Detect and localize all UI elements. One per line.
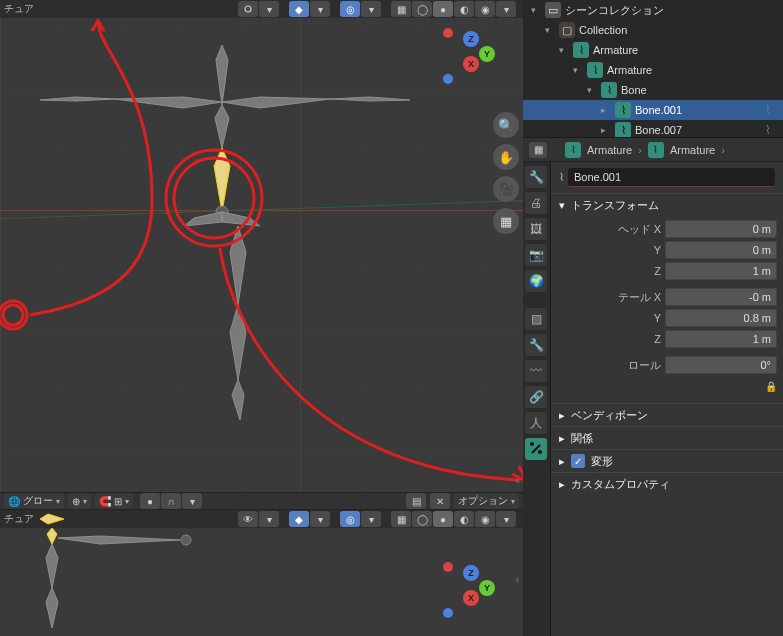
panel-collapse-chevron[interactable]: ‹: [516, 574, 519, 585]
proportional-icon[interactable]: ●: [140, 493, 160, 509]
expand-chevron-icon[interactable]: ▾: [573, 65, 583, 75]
section-deform-header[interactable]: ▸ ✓ 変形: [551, 450, 783, 472]
svg-marker-2: [215, 105, 229, 148]
breadcrumb-data[interactable]: Armature: [670, 144, 715, 156]
tab-modifier-icon[interactable]: 🔧: [525, 334, 547, 356]
tab-render-icon[interactable]: 🔧: [525, 166, 547, 188]
axis-dot-neg: [443, 562, 453, 572]
breadcrumb-object[interactable]: Armature: [587, 144, 632, 156]
tab-physics-icon[interactable]: 〰: [525, 360, 547, 382]
axis-x-handle[interactable]: X: [463, 590, 479, 606]
outliner-panel[interactable]: ▾▭シーンコレクション▾▢Collection▾⌇Armature▾⌇Armat…: [523, 0, 783, 138]
tree-row-collection[interactable]: ▾▢Collection: [523, 20, 783, 40]
snap-dropdown[interactable]: 🧲⊞▾: [95, 493, 133, 509]
tab-world-icon[interactable]: 🌍: [525, 270, 547, 292]
section-deform-label: 変形: [591, 454, 613, 469]
section-relations-header[interactable]: ▸ 関係: [551, 427, 783, 449]
camera-icon[interactable]: 🎥: [493, 176, 519, 202]
axis-y-handle[interactable]: Y: [479, 46, 495, 62]
svg-marker-17: [47, 528, 57, 544]
viewport-3d[interactable]: チュア ▾ ◆ ▾ ◎ ▾ ▦ ◯ ● ◐ ◉ ▾: [0, 0, 523, 492]
tree-row--[interactable]: ▾▭シーンコレクション: [523, 0, 783, 20]
deform-checkbox[interactable]: ✓: [571, 454, 585, 468]
tab-viewlayer-icon[interactable]: 🖼: [525, 218, 547, 240]
tail-z-label: Z: [557, 333, 661, 345]
lock-row[interactable]: 🔒: [665, 381, 777, 392]
pan-icon[interactable]: ✋: [493, 144, 519, 170]
pivot-dropdown[interactable]: ⊕▾: [68, 493, 91, 509]
svg-marker-9: [222, 212, 260, 226]
tab-armature-icon[interactable]: 人: [525, 412, 547, 434]
tail-x-field[interactable]: -0 m: [665, 288, 777, 306]
section-custom-header[interactable]: ▸ カスタムプロパティ: [551, 473, 783, 495]
head-z-field[interactable]: 1 m: [665, 262, 777, 280]
tree-row-bone[interactable]: ▾⌇Bone: [523, 80, 783, 100]
nav-gizmo[interactable]: Z X Y: [449, 34, 493, 78]
expand-chevron-icon[interactable]: ▸: [601, 125, 611, 135]
expand-chevron-icon[interactable]: ▸: [601, 105, 611, 115]
panel-collapse-chevron[interactable]: ‹: [516, 475, 519, 486]
tab-constraint-icon[interactable]: 🔗: [525, 386, 547, 408]
bone-icon: ⌇: [615, 122, 631, 138]
tail-x-label: テール X: [557, 290, 661, 305]
tree-item-label: Bone.001: [635, 104, 682, 116]
perspective-icon[interactable]: ▦: [493, 208, 519, 234]
section-custom-label: カスタムプロパティ: [571, 477, 670, 492]
tail-z-field[interactable]: 1 m: [665, 330, 777, 348]
axis-x-handle[interactable]: X: [463, 56, 479, 72]
axis-dot-neg2: [443, 74, 453, 84]
bone-rest-icon[interactable]: ⌇: [765, 103, 779, 117]
svg-marker-11: [230, 226, 246, 305]
chevron-right-icon: ▸: [559, 409, 565, 422]
svg-marker-4: [330, 97, 410, 101]
nav-gizmo-secondary[interactable]: Z X Y: [449, 568, 493, 612]
viewport-3d-secondary[interactable]: チュア 👁 ▾ ◆ ▾ ◎ ▾ ▦ ◯ ●: [0, 510, 523, 636]
orientation-dropdown[interactable]: 🌐グロー▾: [4, 493, 64, 509]
bone-name-field[interactable]: [568, 168, 775, 187]
chevron-right-icon: ▸: [559, 455, 565, 468]
properties-tabs: 🔧 🖨 🖼 📷 🌍 ▨ 🔧 〰 🔗 人: [523, 162, 551, 636]
scene-icon: ▭: [545, 2, 561, 18]
tail-y-label: Y: [557, 312, 661, 324]
tree-row-armature[interactable]: ▾⌇Armature: [523, 60, 783, 80]
properties-editor-icon[interactable]: ▦: [529, 142, 547, 158]
tree-item-label: Armature: [593, 44, 638, 56]
tree-row-bone-007[interactable]: ▸⌇Bone.007⌇: [523, 120, 783, 138]
xray-toggle-icon[interactable]: ▤: [406, 493, 426, 509]
tail-y-field[interactable]: 0.8 m: [665, 309, 777, 327]
armature-icon: ⌇: [565, 142, 581, 158]
section-bendy-header[interactable]: ▸ ベンディボーン: [551, 404, 783, 426]
expand-chevron-icon[interactable]: ▾: [559, 45, 569, 55]
roll-field[interactable]: 0°: [665, 356, 777, 374]
bone-icon: ⌇: [615, 102, 631, 118]
tree-row-bone-001[interactable]: ▸⌇Bone.001⌇: [523, 100, 783, 120]
tab-object-icon[interactable]: ▨: [525, 308, 547, 330]
svg-marker-20: [46, 544, 58, 588]
expand-chevron-icon[interactable]: ▾: [587, 85, 597, 95]
falloff-icon[interactable]: ∩: [161, 493, 181, 509]
dropdown-icon[interactable]: ▾: [182, 493, 202, 509]
axis-y-handle[interactable]: Y: [479, 580, 495, 596]
tab-scene-icon[interactable]: 📷: [525, 244, 547, 266]
axis-z-handle[interactable]: Z: [463, 31, 479, 47]
zoom-icon[interactable]: 🔍: [493, 112, 519, 138]
bone-rest-icon[interactable]: ⌇: [765, 123, 779, 137]
collection-icon: ▢: [559, 22, 575, 38]
bone-icon: ⌇: [601, 82, 617, 98]
section-relations-label: 関係: [571, 431, 593, 446]
axis-z-handle[interactable]: Z: [463, 565, 479, 581]
tab-output-icon[interactable]: 🖨: [525, 192, 547, 214]
section-transform-header[interactable]: ▾ トランスフォーム: [551, 194, 783, 216]
head-x-label: ヘッド X: [557, 222, 661, 237]
tree-row-armature[interactable]: ▾⌇Armature: [523, 40, 783, 60]
roll-label: ロール: [557, 358, 661, 373]
tab-bone-icon[interactable]: [525, 438, 547, 460]
close-icon[interactable]: ✕: [430, 493, 450, 509]
head-x-field[interactable]: 0 m: [665, 220, 777, 238]
armature-data-icon: ⌇: [648, 142, 664, 158]
expand-chevron-icon[interactable]: ▾: [531, 5, 541, 15]
options-dropdown[interactable]: オプション▾: [454, 493, 519, 509]
head-y-field[interactable]: 0 m: [665, 241, 777, 259]
svg-marker-1: [216, 45, 228, 105]
expand-chevron-icon[interactable]: ▾: [545, 25, 555, 35]
